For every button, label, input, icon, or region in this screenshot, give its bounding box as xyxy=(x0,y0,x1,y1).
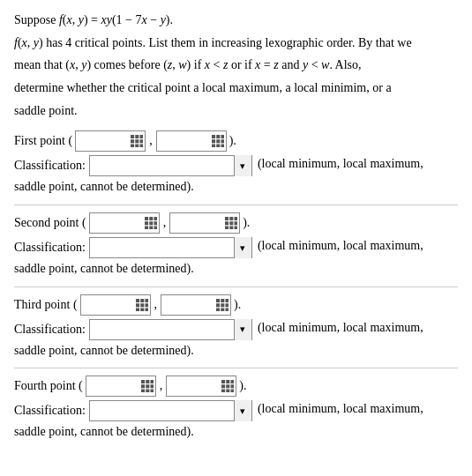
grid-icon[interactable] xyxy=(221,380,234,392)
grid-icon[interactable] xyxy=(216,299,229,311)
svg-rect-45 xyxy=(136,299,139,302)
math-input[interactable] xyxy=(161,295,214,315)
math-input[interactable] xyxy=(167,376,220,396)
math-input-box[interactable] xyxy=(156,130,227,152)
svg-rect-29 xyxy=(154,217,157,220)
math-input-box[interactable] xyxy=(89,212,160,234)
classification-row-3: Classification:local minimumlocal maximu… xyxy=(14,319,458,340)
svg-rect-33 xyxy=(145,227,148,230)
points-container: First point (, ).Classification:local mi… xyxy=(14,130,458,440)
hint-text-3: (local minimum, local maximum, xyxy=(258,319,423,337)
classification-row-1: Classification:local minimumlocal maximu… xyxy=(14,155,458,176)
svg-rect-50 xyxy=(145,303,148,307)
grid-icon[interactable] xyxy=(145,217,157,229)
svg-rect-11 xyxy=(140,135,144,138)
svg-rect-23 xyxy=(221,140,224,144)
grid-icon[interactable] xyxy=(131,135,143,147)
svg-rect-34 xyxy=(149,227,153,230)
grid-icon[interactable] xyxy=(225,217,237,229)
math-input-box[interactable] xyxy=(169,212,240,234)
classification-select[interactable]: local minimumlocal maximumsaddle pointca… xyxy=(90,156,234,175)
desc-line4: saddle point. xyxy=(14,101,458,121)
grid-icon[interactable] xyxy=(141,380,154,392)
svg-rect-28 xyxy=(149,217,153,220)
svg-rect-31 xyxy=(149,221,153,225)
section-divider xyxy=(14,205,458,205)
svg-rect-59 xyxy=(226,303,229,307)
svg-rect-36 xyxy=(225,217,229,220)
point-label-2: Second point ( xyxy=(14,216,86,230)
select-arrow-icon[interactable]: ▾ xyxy=(234,319,251,340)
svg-rect-14 xyxy=(140,140,144,144)
svg-rect-60 xyxy=(216,308,220,311)
desc-line1: f(x, y) has 4 critical points. List them… xyxy=(14,33,458,53)
svg-rect-13 xyxy=(135,140,139,144)
saddle-text-4: saddle point, cannot be determined). xyxy=(14,423,458,441)
svg-rect-18 xyxy=(212,135,215,138)
classification-select[interactable]: local minimumlocal maximumsaddle pointca… xyxy=(90,401,234,420)
classification-select-wrap[interactable]: local minimumlocal maximumsaddle pointca… xyxy=(89,155,252,176)
svg-rect-79 xyxy=(227,390,230,393)
select-arrow-icon[interactable]: ▾ xyxy=(234,237,251,258)
desc-line3: determine whether the critical point a l… xyxy=(14,78,458,98)
select-arrow-icon[interactable]: ▾ xyxy=(234,400,251,421)
classification-select-wrap[interactable]: local minimumlocal maximumsaddle pointca… xyxy=(89,237,252,258)
svg-rect-65 xyxy=(150,380,154,383)
math-input-box[interactable] xyxy=(161,294,231,316)
problem-container: Suppose f(x, y) = xy(1 − 7x − y). f(x, y… xyxy=(14,11,458,441)
classification-label-2: Classification: xyxy=(14,237,86,258)
hint-text-2: (local minimum, local maximum, xyxy=(258,237,423,255)
svg-rect-64 xyxy=(146,380,149,383)
classification-select-wrap[interactable]: local minimumlocal maximumsaddle pointca… xyxy=(89,400,252,421)
saddle-text-1: saddle point, cannot be determined). xyxy=(14,178,458,196)
svg-rect-74 xyxy=(231,380,235,383)
classification-label-3: Classification: xyxy=(14,319,86,340)
math-input-box[interactable] xyxy=(75,130,146,152)
classification-select[interactable]: local minimumlocal maximumsaddle pointca… xyxy=(90,238,234,257)
svg-rect-38 xyxy=(235,217,238,220)
close-paren: ). xyxy=(229,134,236,148)
svg-rect-67 xyxy=(146,384,149,388)
math-input[interactable] xyxy=(170,213,223,233)
point-row-3: Third point (, ). xyxy=(14,294,458,316)
math-input[interactable] xyxy=(157,131,210,151)
grid-icon[interactable] xyxy=(212,135,224,147)
math-input[interactable] xyxy=(86,376,139,396)
svg-rect-9 xyxy=(131,135,134,138)
math-input[interactable] xyxy=(81,295,134,315)
svg-rect-17 xyxy=(140,145,144,148)
svg-rect-76 xyxy=(227,384,230,388)
grid-icon[interactable] xyxy=(136,299,148,311)
svg-rect-62 xyxy=(226,308,229,311)
section-divider xyxy=(14,368,458,368)
math-input[interactable] xyxy=(90,213,143,233)
math-input-box[interactable] xyxy=(166,376,236,397)
comma-separator: , xyxy=(159,379,164,393)
svg-rect-32 xyxy=(154,221,157,225)
classification-select[interactable]: local minimumlocal maximumsaddle pointca… xyxy=(90,320,234,339)
comma-separator: , xyxy=(148,134,154,148)
math-input[interactable] xyxy=(76,131,129,151)
svg-rect-48 xyxy=(136,303,139,307)
svg-rect-54 xyxy=(216,299,220,302)
point-row-1: First point (, ). xyxy=(14,130,458,152)
svg-rect-19 xyxy=(216,135,220,138)
svg-rect-56 xyxy=(226,299,229,302)
select-arrow-icon[interactable]: ▾ xyxy=(234,155,251,176)
svg-rect-42 xyxy=(225,227,229,230)
hint-text-1: (local minimum, local maximum, xyxy=(258,155,423,173)
svg-rect-25 xyxy=(216,145,220,148)
math-input-box[interactable] xyxy=(86,376,156,397)
svg-rect-37 xyxy=(229,217,233,220)
svg-rect-21 xyxy=(212,140,215,144)
svg-rect-22 xyxy=(216,140,220,144)
close-paren: ). xyxy=(239,379,246,393)
point-section-3: Third point (, ).Classification:local mi… xyxy=(14,286,458,360)
svg-rect-27 xyxy=(145,217,148,220)
classification-select-wrap[interactable]: local minimumlocal maximumsaddle pointca… xyxy=(89,319,252,340)
svg-rect-55 xyxy=(221,299,224,302)
comma-separator: , xyxy=(162,216,168,230)
math-input-box[interactable] xyxy=(80,294,151,316)
point-section-2: Second point (, ).Classification:local m… xyxy=(14,205,458,278)
svg-rect-15 xyxy=(131,145,134,148)
